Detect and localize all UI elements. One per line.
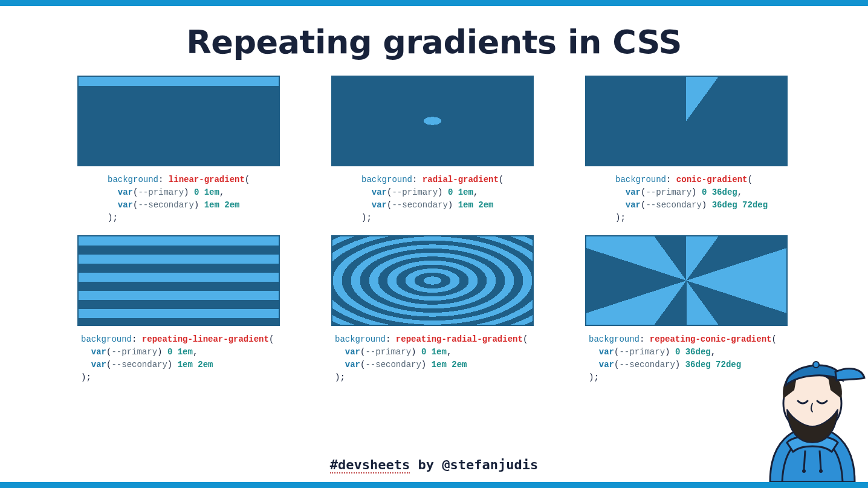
swatch-radial-gradient <box>331 76 534 166</box>
example-repeating-radial: background: repeating-radial-gradient( v… <box>331 235 537 384</box>
swatch-repeating-radial-gradient <box>331 235 534 326</box>
examples-grid: background: linear-gradient( var(--prima… <box>77 76 791 384</box>
top-accent-bar <box>0 0 868 6</box>
code-repeating-linear-gradient: background: repeating-linear-gradient( v… <box>77 333 283 384</box>
footer-handle: @stefanjudis <box>442 457 538 472</box>
footer-credit: #devsheets by @stefanjudis <box>0 457 868 472</box>
example-linear: background: linear-gradient( var(--prima… <box>77 76 283 224</box>
code-conic-gradient: background: conic-gradient( var(--primar… <box>585 174 791 224</box>
page-title: Repeating gradients in CSS <box>0 23 868 61</box>
example-conic: background: conic-gradient( var(--primar… <box>585 76 791 224</box>
svg-line-2 <box>804 451 805 470</box>
code-linear-gradient: background: linear-gradient( var(--prima… <box>77 174 283 224</box>
example-radial: background: radial-gradient( var(--prima… <box>331 76 537 224</box>
swatch-repeating-conic-gradient <box>585 235 788 326</box>
swatch-linear-gradient <box>77 76 280 166</box>
swatch-repeating-linear-gradient <box>77 235 280 326</box>
svg-point-1 <box>813 362 819 368</box>
code-repeating-radial-gradient: background: repeating-radial-gradient( v… <box>331 333 537 384</box>
example-repeating-linear: background: repeating-linear-gradient( v… <box>77 235 283 384</box>
swatch-conic-gradient <box>585 76 788 166</box>
svg-line-3 <box>820 451 821 470</box>
svg-point-5 <box>819 469 823 473</box>
footer-by: by <box>410 457 442 472</box>
author-avatar-illustration <box>758 343 867 482</box>
bottom-accent-bar <box>0 482 868 488</box>
code-radial-gradient: background: radial-gradient( var(--prima… <box>331 174 537 224</box>
svg-point-4 <box>802 469 806 473</box>
footer-hashtag: #devsheets <box>330 457 410 473</box>
